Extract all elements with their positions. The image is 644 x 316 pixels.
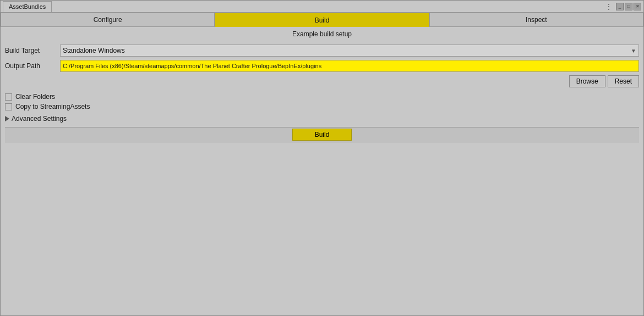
path-buttons: Browse Reset bbox=[569, 75, 639, 87]
clear-folders-checkbox[interactable] bbox=[5, 93, 12, 101]
minimize-button[interactable]: _ bbox=[616, 3, 624, 10]
clear-folders-label: Clear Folders bbox=[15, 93, 55, 101]
triangle-icon bbox=[5, 116, 9, 121]
output-path-label: Output Path bbox=[5, 62, 60, 70]
maximize-button[interactable]: □ bbox=[625, 3, 632, 10]
clear-folders-row: Clear Folders bbox=[5, 93, 639, 101]
output-path-input-container: C:/Program Files (x86)/Steam/steamapps/c… bbox=[60, 60, 639, 72]
path-buttons-row: Browse Reset bbox=[5, 75, 639, 87]
advanced-settings-section[interactable]: Advanced Settings bbox=[5, 115, 639, 123]
main-window: AssetBundles ⋮ _ □ ✕ Configure Build Ins… bbox=[0, 0, 644, 316]
build-target-dropdown[interactable]: Standalone Windows ▼ bbox=[60, 45, 639, 57]
output-path-value: C:/Program Files (x86)/Steam/steamapps/c… bbox=[63, 63, 321, 69]
build-button[interactable]: Build bbox=[292, 129, 352, 141]
tab-bar: Configure Build Inspect bbox=[1, 13, 643, 27]
close-button[interactable]: ✕ bbox=[634, 3, 641, 10]
advanced-settings-label: Advanced Settings bbox=[12, 115, 67, 123]
title-tab: AssetBundles bbox=[3, 1, 52, 12]
build-target-row: Build Target Standalone Windows ▼ bbox=[5, 45, 639, 57]
reset-button[interactable]: Reset bbox=[608, 75, 639, 87]
copy-streaming-label: Copy to StreamingAssets bbox=[15, 103, 90, 110]
build-target-input: Standalone Windows ▼ bbox=[60, 45, 639, 57]
tab-build[interactable]: Build bbox=[215, 13, 429, 27]
content-area: Build Target Standalone Windows ▼ Output… bbox=[1, 41, 643, 315]
output-path-row: Output Path C:/Program Files (x86)/Steam… bbox=[5, 60, 639, 72]
dropdown-arrow-icon: ▼ bbox=[631, 48, 636, 54]
subtitle: Example build setup bbox=[1, 27, 643, 41]
copy-streaming-row: Copy to StreamingAssets bbox=[5, 103, 639, 110]
checkbox-section: Clear Folders Copy to StreamingAssets bbox=[5, 93, 639, 110]
build-target-label: Build Target bbox=[5, 47, 60, 54]
kebab-icon[interactable]: ⋮ bbox=[605, 3, 613, 10]
title-tab-label: AssetBundles bbox=[9, 3, 46, 10]
window-controls: ⋮ _ □ ✕ bbox=[605, 3, 641, 10]
copy-streaming-checkbox[interactable] bbox=[5, 103, 12, 110]
tab-inspect[interactable]: Inspect bbox=[429, 13, 643, 27]
output-path-input[interactable]: C:/Program Files (x86)/Steam/steamapps/c… bbox=[60, 60, 639, 72]
build-target-value: Standalone Windows bbox=[63, 47, 125, 54]
browse-button[interactable]: Browse bbox=[569, 75, 605, 87]
title-bar: AssetBundles ⋮ _ □ ✕ bbox=[1, 1, 643, 13]
build-bar: Build bbox=[5, 127, 639, 142]
tab-configure[interactable]: Configure bbox=[1, 13, 215, 27]
